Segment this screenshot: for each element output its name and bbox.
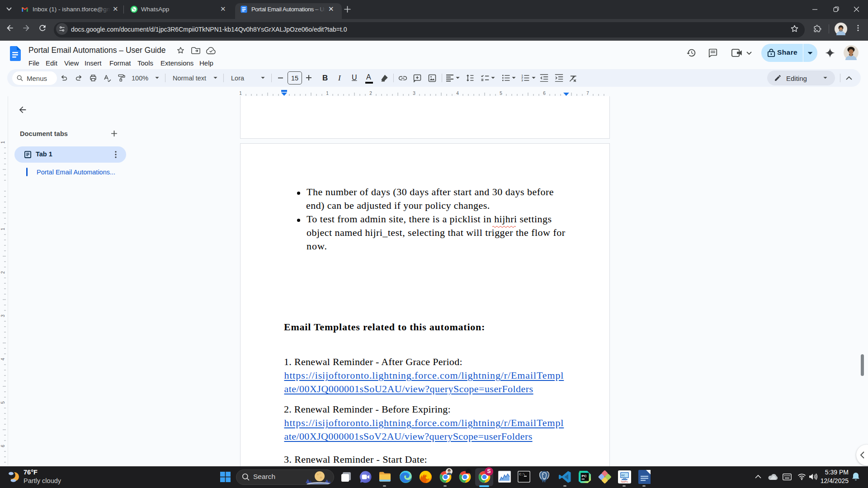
svg-text:1: 1 (0, 141, 5, 144)
svg-text:3: 3 (413, 91, 415, 96)
svg-text:1: 1 (326, 91, 329, 96)
svg-text:4: 4 (0, 358, 5, 361)
svg-text:6: 6 (543, 91, 546, 96)
svg-text:5: 5 (0, 401, 5, 404)
svg-text:1: 1 (239, 91, 242, 96)
svg-text:4: 4 (456, 91, 459, 96)
svg-text:7: 7 (586, 91, 589, 96)
svg-text:3: 3 (0, 314, 5, 317)
svg-text:5: 5 (500, 91, 502, 96)
svg-text:3: 3 (521, 79, 523, 82)
svg-text:PC: PC (582, 474, 587, 478)
svg-text:GC: GC (622, 474, 625, 477)
svg-text:2: 2 (0, 271, 5, 274)
svg-text:TaskPro: TaskPro (621, 481, 628, 483)
svg-text:2: 2 (369, 91, 372, 96)
svg-text:1: 1 (0, 228, 5, 230)
svg-text:6: 6 (0, 445, 5, 447)
svg-text:C:\: C:\ (519, 473, 525, 476)
